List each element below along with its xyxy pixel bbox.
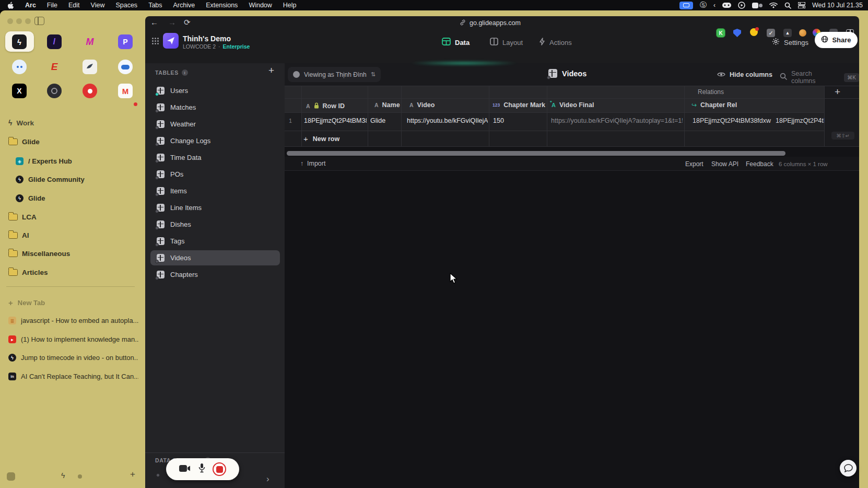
folder-ai[interactable]: AI [8,231,29,239]
app-title[interactable]: Thinh's Demo [183,34,231,43]
search-columns[interactable]: Search columns ⌘K [780,70,859,85]
table-item-change-logs[interactable]: Change Logs [150,133,280,148]
menu-view[interactable]: View [91,2,105,9]
pinned-app-espn[interactable]: E [47,60,62,74]
table-item-videos-selected[interactable]: Videos [150,250,280,265]
cell-chapter-rel-1[interactable]: 18PEjjmzQt2P4tBM38fdxw [693,117,772,124]
space-lightning-icon[interactable]: ϟ [61,471,65,480]
data-sources-expand-chevron[interactable]: › [266,474,269,484]
table-item-weather[interactable]: Weather [150,117,280,132]
ext-a-box-icon[interactable]: ▲ [783,29,792,37]
table-item-items[interactable]: Items [150,183,280,199]
table-item-line-items[interactable]: Line Items [150,200,280,215]
tab-experts-hub[interactable]: ◈/ Experts Hub [16,157,72,165]
cell-name[interactable]: Glide [370,117,401,124]
menubar-clock[interactable]: Wed 10 Jul 21.35 [812,2,863,9]
ext-shield-icon[interactable] [733,29,741,37]
space-dot-icon[interactable] [78,474,82,479]
cell-video-final[interactable]: https://youtu.be/kFGviQIlejA?autoplay=1&… [551,117,683,124]
space-work[interactable]: ϟ Work [8,119,34,127]
pinned-app-glide[interactable]: ϟ [12,34,27,49]
battery-widget-icon[interactable] [752,3,763,8]
stop-recording-button[interactable] [213,462,226,476]
pinned-app-pin[interactable] [83,84,97,98]
table-item-chapters[interactable]: Chapters [150,267,280,282]
new-tab-button[interactable]: +New Tab [8,298,45,307]
pinned-app-p[interactable]: P [118,34,133,49]
window-zoom-button[interactable] [25,18,31,24]
pinned-app-slash[interactable]: / [47,34,62,49]
chat-bubble-button[interactable] [840,460,857,477]
column-header-chapter-mark[interactable]: 123 Chapter Mark [492,101,545,109]
profile-icon[interactable] [7,472,15,481]
cell-row-id[interactable]: 18PEjjmzQt2P4tBM38f [304,117,367,124]
screen-mirroring-icon[interactable] [679,2,693,9]
feedback-button[interactable]: Feedback [746,160,773,168]
tab-jump-timecode[interactable]: ϟJump to timecode in video - on button..… [8,354,138,362]
show-api-button[interactable]: Show API [711,160,738,168]
folder-miscellaneous[interactable]: Miscellaneous [8,250,70,258]
add-column-button[interactable]: + [835,86,840,98]
table-item-tags[interactable]: Tags [150,234,280,249]
pinned-app-x[interactable]: X [12,84,27,98]
pinned-app-m[interactable]: M [83,34,97,49]
wifi-icon[interactable] [769,2,778,8]
folder-articles[interactable]: Articles [8,269,48,276]
cell-chapter-rel-2[interactable]: 18PEjjmzQt2P4tBM [776,117,824,124]
pinned-app-tube[interactable] [118,60,133,74]
table-item-time-data[interactable]: Time Data [150,150,280,165]
apple-menu-icon[interactable] [7,2,14,9]
table-item-pos[interactable]: POs [150,167,280,182]
window-minimize-button[interactable] [16,18,22,24]
notch-chevron-icon[interactable]: ‹ [713,2,715,9]
menu-tabs[interactable]: Tabs [148,2,162,9]
add-table-button[interactable]: + [268,65,274,76]
window-close-button[interactable] [7,18,13,24]
reload-button[interactable]: ⟳ [184,18,191,27]
column-header-video[interactable]: A Video [409,101,435,109]
horizontal-scrollbar[interactable] [287,151,785,156]
ext-check-icon[interactable]: ✓ [767,29,775,37]
menu-extensions[interactable]: Extensions [206,2,238,9]
camera-icon[interactable] [179,464,191,474]
new-row-row[interactable] [285,131,824,146]
control-center-icon[interactable] [798,2,805,8]
sidebar-toggle-icon[interactable] [34,17,44,25]
info-icon[interactable]: i [182,69,188,76]
ext-darkreader-icon[interactable] [750,28,758,36]
ext-keepa-icon[interactable]: K [717,29,725,37]
microphone-icon[interactable] [198,463,205,475]
table-item-dishes[interactable]: Dishes [150,217,280,232]
column-header-video-final[interactable]: A✦ Video Final [552,101,594,109]
app-grid-icon[interactable] [151,37,159,47]
share-button[interactable]: Share [815,32,858,48]
table-item-users[interactable]: Users [150,83,280,98]
menu-spaces[interactable]: Spaces [115,2,137,9]
cell-chapter-mark[interactable]: 150 [493,117,545,124]
game-controller-icon[interactable] [722,2,731,8]
tab-data[interactable]: Data [442,38,470,47]
hide-columns-button[interactable]: Hide columns [717,70,772,79]
column-header-row-id[interactable]: A Row ID [306,101,345,111]
app-icon[interactable] [163,33,179,49]
ext-paw-icon[interactable] [799,29,806,37]
export-button[interactable]: Export [685,160,703,168]
cell-video[interactable]: https://youtu.be/kFGviQIlejA [407,117,488,124]
tab-glide-community[interactable]: ϟGlide Community [16,176,85,183]
forward-button[interactable]: → [168,18,176,27]
new-space-button[interactable]: + [130,469,135,480]
menu-arc[interactable]: Arc [25,2,36,9]
column-header-name[interactable]: A Name [374,101,400,109]
menu-archive[interactable]: Archive [173,2,195,9]
back-button[interactable]: ← [150,18,158,27]
folder-lca[interactable]: LCA [8,213,37,221]
column-header-chapter-rel[interactable]: ↪ Chapter Rel [691,101,737,109]
play-circle-icon[interactable] [738,2,745,9]
menu-help[interactable]: Help [283,2,297,9]
pinned-app-dark[interactable] [47,84,62,98]
tab-youtube-knowledge[interactable]: ▸(1) How to implement knowledge man... [8,335,138,343]
menu-window[interactable]: Window [249,2,272,9]
import-button[interactable]: ↑ Import [300,160,325,167]
tab-glide[interactable]: ϟGlide [16,194,45,202]
tab-actions[interactable]: Actions [539,38,572,47]
